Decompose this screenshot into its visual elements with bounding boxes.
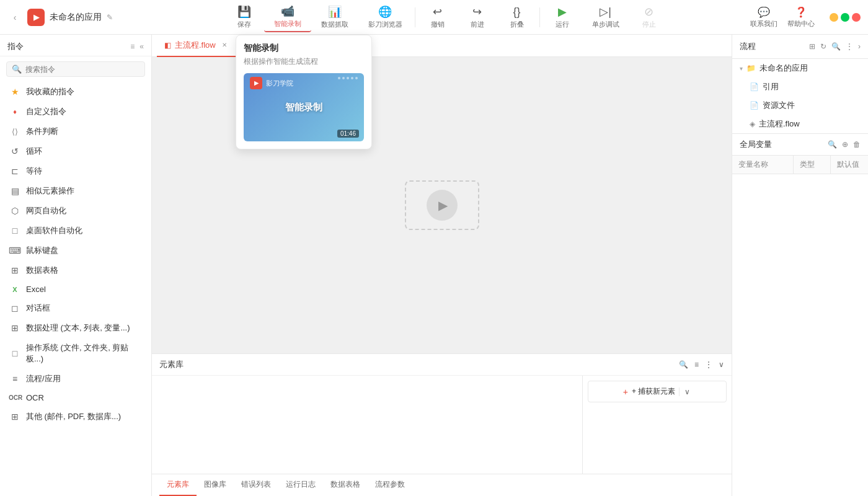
toolbar-redo[interactable]: ↪ 前进 — [458, 2, 497, 32]
tree-ref-icon: 📄 — [750, 82, 759, 91]
bottom-tab-run-log[interactable]: 运行日志 — [278, 474, 323, 496]
video-timestamp: 01:46 — [337, 130, 359, 138]
help-action[interactable]: ❓ 帮助中心 — [787, 6, 815, 29]
sidebar-item-mouse-keyboard[interactable]: ⌨ 鼠标键盘 — [0, 241, 151, 260]
sidebar-item-excel[interactable]: X Excel — [0, 280, 151, 298]
contact-label: 联系我们 — [750, 19, 777, 29]
tab-main-flow[interactable]: ◧ 主流程.flow ✕ — [157, 35, 237, 57]
global-vars-panel: 全局变量 🔍 ⊕ 🗑 变量名称 类型 默认值 — [732, 133, 868, 496]
maximize-button[interactable] — [841, 13, 849, 22]
vars-col-name: 变量名称 — [732, 156, 794, 174]
bottom-tab-errors[interactable]: 错误列表 — [234, 474, 278, 496]
canvas-placeholder: ▶ — [405, 180, 479, 230]
toolbar-step-debug[interactable]: ▷| 单步调试 — [582, 2, 629, 32]
sidebar-item-desktop-auto[interactable]: □ 桌面软件自动化 — [0, 221, 151, 241]
toolbar-run[interactable]: ▶ 运行 — [542, 2, 582, 32]
sidebar-item-flow-app[interactable]: ≡ 流程/应用 — [0, 369, 151, 389]
sidebar-item-condition[interactable]: ⟨⟩ 条件判断 — [0, 122, 151, 141]
rp-more-icon[interactable]: ⋮ — [846, 42, 853, 51]
toolbar-separator-1 — [415, 7, 415, 27]
rp-icon2[interactable]: ↻ — [820, 42, 826, 51]
smart-record-popup: 智能录制 根据操作智能生成流程 ▶ 影刀学院 智能录制 01:46 — [236, 35, 372, 149]
popup-video[interactable]: ▶ 影刀学院 智能录制 01:46 — [244, 73, 364, 141]
stop-icon: ⊘ — [644, 5, 653, 19]
toolbar-fold[interactable]: {} 折叠 — [497, 3, 537, 32]
sidebar-item-wait[interactable]: ⊏ 等待 — [0, 161, 151, 181]
popup-video-dots — [338, 77, 358, 79]
sidebar-item-dialog[interactable]: ◻ 对话框 — [0, 298, 151, 318]
toolbar-smart-record[interactable]: 📹 智能录制 — [264, 2, 311, 32]
capture-dropdown-icon[interactable]: ∨ — [679, 388, 691, 396]
tree-item-app[interactable]: ▾ 📁 未命名的应用 — [732, 59, 868, 78]
right-panel-actions: ⊞ ↻ 🔍 ⋮ › — [809, 42, 861, 51]
bottom-tab-flow-params[interactable]: 流程参数 — [368, 474, 412, 496]
tree-resource-icon: 📄 — [750, 101, 759, 110]
rp-search-icon[interactable]: 🔍 — [831, 42, 841, 51]
gv-add-icon[interactable]: ⊕ — [842, 140, 848, 149]
sidebar-item-web-auto[interactable]: ⬡ 网页自动化 — [0, 201, 151, 221]
popup-desc: 根据操作智能生成流程 — [244, 56, 364, 67]
search-bar: 🔍 — [6, 61, 145, 77]
search-icon: 🔍 — [12, 64, 22, 74]
gv-search-icon[interactable]: 🔍 — [828, 140, 837, 149]
sidebar-sort-icon[interactable]: ≡ — [130, 42, 135, 51]
item-desktop-auto-text: 桌面软件自动化 — [26, 225, 143, 236]
global-vars-actions: 🔍 ⊕ 🗑 — [828, 140, 861, 149]
bottom-sort-icon[interactable]: ≡ — [694, 360, 699, 369]
right-actions: 💬 联系我们 ❓ 帮助中心 — [750, 6, 815, 29]
close-button[interactable] — [852, 13, 861, 22]
redo-label: 前进 — [471, 20, 484, 29]
sidebar-item-custom[interactable]: ♦ 自定义指令 + 获取指令 — [0, 102, 151, 122]
bottom-right-panel: + + 捕获新元素 ∨ — [583, 376, 732, 474]
bottom-tab-images[interactable]: 图像库 — [197, 474, 234, 496]
contact-action[interactable]: 💬 联系我们 — [750, 6, 777, 29]
toolbar-stop[interactable]: ⊘ 停止 — [629, 2, 669, 32]
bottom-tab-data-table[interactable]: 数据表格 — [323, 474, 368, 496]
tree-app-label: 未命名的应用 — [760, 63, 808, 74]
tree-item-resource[interactable]: 📄 资源文件 — [732, 96, 868, 115]
sidebar-item-ocr[interactable]: OCR OCR — [0, 389, 151, 407]
bottom-expand-icon[interactable]: ∨ — [719, 360, 724, 369]
sidebar-item-os[interactable]: □ 操作系统 (文件, 文件夹, 剪贴板...) — [0, 338, 151, 369]
toolbar: 💾 保存 📹 智能录制 📊 数据抓取 🌐 影刀浏览器 ↩ 撤销 ↪ 前进 {} … — [161, 2, 732, 32]
edit-icon[interactable]: ✎ — [107, 13, 113, 22]
rp-icon1[interactable]: ⊞ — [809, 42, 815, 51]
tab-close-button[interactable]: ✕ — [219, 40, 229, 50]
sidebar-item-data-table[interactable]: ⊞ 数据表格 — [0, 260, 151, 280]
sidebar-item-loop[interactable]: ↺ 循环 — [0, 141, 151, 161]
sidebar-collapse-icon[interactable]: « — [140, 42, 144, 51]
sidebar: 指令 ≡ « 🔍 ★ 我收藏的指令 ♦ 自定义指令 + 获取指令 ⟨⟩ 条件判断 — [0, 35, 152, 496]
item-excel-text: Excel — [26, 285, 143, 294]
capture-new-element-button[interactable]: + + 捕获新元素 ∨ — [588, 381, 727, 402]
sidebar-item-other[interactable]: ⊞ 其他 (邮件, PDF, 数据库...) — [0, 407, 151, 427]
back-button[interactable]: ‹ — [7, 10, 22, 25]
title-bar: ‹ ▶ 未命名的应用 ✎ 💾 保存 📹 智能录制 📊 数据抓取 🌐 影刀浏览器 … — [0, 0, 868, 35]
toolbar-save[interactable]: 💾 保存 — [224, 2, 264, 32]
bottom-tab-elements[interactable]: 元素库 — [159, 474, 197, 496]
bottom-search-icon[interactable]: 🔍 — [679, 360, 688, 369]
item-ocr-text: OCR — [26, 393, 143, 402]
sidebar-item-data-process[interactable]: ⊞ 数据处理 (文本, 列表, 变量...) — [0, 318, 151, 338]
search-input[interactable] — [25, 65, 140, 74]
loop-icon: ↺ — [9, 146, 21, 156]
tree-main-flow-label: 主流程.flow — [759, 118, 800, 130]
data-capture-label: 数据抓取 — [321, 20, 348, 29]
dialog-icon: ◻ — [9, 303, 21, 313]
bottom-more-icon[interactable]: ⋮ — [705, 360, 712, 369]
minimize-button[interactable] — [830, 13, 838, 22]
fold-label: 折叠 — [510, 20, 524, 29]
rp-expand-icon[interactable]: › — [858, 42, 861, 51]
tree-item-ref[interactable]: 📄 引用 — [732, 78, 868, 96]
toolbar-data-capture[interactable]: 📊 数据抓取 — [311, 2, 358, 32]
similar-element-icon: ▤ — [9, 186, 21, 196]
popup-title: 智能录制 — [244, 43, 364, 54]
ocr-icon: OCR — [9, 394, 21, 401]
tree-item-main-flow[interactable]: ◈ 主流程.flow — [732, 115, 868, 133]
tree-flow-icon: ◈ — [750, 120, 755, 128]
gv-delete-icon[interactable]: 🗑 — [853, 140, 861, 149]
toolbar-undo[interactable]: ↩ 撤销 — [418, 2, 458, 32]
sidebar-item-favorites[interactable]: ★ 我收藏的指令 — [0, 82, 151, 102]
sidebar-list: ★ 我收藏的指令 ♦ 自定义指令 + 获取指令 ⟨⟩ 条件判断 ↺ 循环 ⊏ 等… — [0, 82, 151, 496]
sidebar-item-similar-element[interactable]: ▤ 相似元素操作 — [0, 181, 151, 201]
toolbar-blade-browser[interactable]: 🌐 影刀浏览器 — [358, 2, 412, 32]
